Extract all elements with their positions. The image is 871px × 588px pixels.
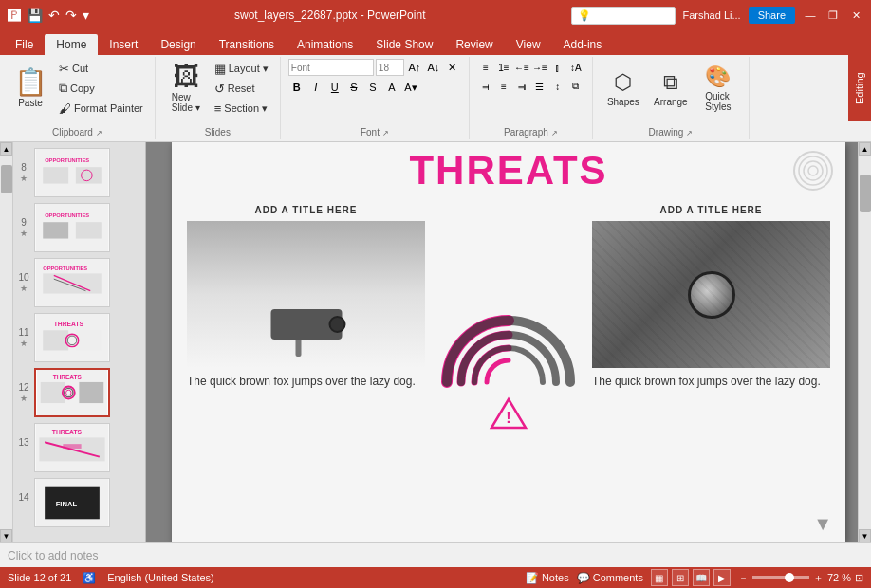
tab-animations[interactable]: Animations	[286, 34, 364, 55]
tab-home[interactable]: Home	[45, 34, 98, 55]
save-quick-btn[interactable]: 💾	[27, 8, 43, 23]
tab-addins[interactable]: Add-ins	[552, 34, 614, 55]
slide-center-graphic: !	[433, 201, 584, 535]
comments-tab-btn[interactable]: 💬 Comments	[577, 572, 643, 584]
normal-view-btn[interactable]: ▦	[651, 569, 668, 586]
clear-format-btn[interactable]: ✕	[444, 59, 461, 76]
increase-font-btn[interactable]: A↑	[406, 59, 423, 76]
tell-me-input[interactable]: 💡 Tell me...	[571, 7, 676, 25]
cut-button[interactable]: ✂Cut	[55, 59, 147, 78]
share-button[interactable]: Share	[749, 7, 795, 24]
tab-design[interactable]: Design	[149, 34, 207, 55]
bold-button[interactable]: B	[288, 79, 306, 96]
zoom-in-btn[interactable]: ＋	[813, 571, 824, 585]
tab-view[interactable]: View	[505, 34, 552, 55]
indent-more-btn[interactable]: →≡	[531, 59, 548, 76]
slide-thumb-8[interactable]: 8 ★ OPPORTUNITIES	[13, 146, 145, 199]
slide-left-col: ADD A TITLE HERE The quick b	[187, 201, 425, 535]
slide-thumbnail-13: THREATS	[34, 423, 110, 472]
zoom-slider[interactable]	[752, 576, 809, 579]
svg-rect-16	[43, 330, 68, 350]
tab-slideshow[interactable]: Slide Show	[364, 34, 444, 55]
notes-tab-btn[interactable]: 📝 Notes	[526, 572, 569, 584]
left-scroll[interactable]: ▲ ▼	[0, 142, 13, 542]
svg-rect-8	[76, 222, 102, 238]
paste-button[interactable]: 📋 Paste	[8, 59, 53, 118]
undo-quick-btn[interactable]: ↶	[48, 8, 60, 23]
restore-button[interactable]: ❐	[825, 8, 841, 23]
svg-text:OPPORTUNITIES: OPPORTUNITIES	[45, 212, 89, 218]
indent-less-btn[interactable]: ←≡	[513, 59, 530, 76]
font-name-input[interactable]	[288, 59, 374, 76]
shadow-button[interactable]: S	[364, 79, 381, 96]
font-size-input[interactable]	[376, 59, 404, 76]
canvas-scroll-thumb[interactable]	[860, 175, 871, 212]
line-spacing-btn[interactable]: ↕	[549, 78, 566, 95]
bullets-btn[interactable]: ≡	[477, 59, 494, 76]
copy-button[interactable]: ⧉Copy	[55, 79, 147, 98]
justify-btn[interactable]: ☰	[531, 78, 548, 95]
new-slide-icon: 🖼	[173, 64, 199, 90]
slide-thumb-12[interactable]: 12 ★ THREATS	[13, 366, 145, 419]
tab-insert[interactable]: Insert	[98, 34, 149, 55]
slide-canvas[interactable]: THREATS ADD A TITLE HERE	[172, 142, 845, 542]
clipboard-group: 📋 Paste ✂Cut ⧉Copy 🖌Format Painter Clipb…	[0, 57, 156, 139]
zoom-out-btn[interactable]: －	[738, 571, 749, 585]
star-icon: ★	[20, 339, 28, 348]
font-color-btn[interactable]: A	[383, 79, 400, 96]
fit-btn[interactable]: ⊡	[855, 572, 863, 584]
tab-file[interactable]: File	[4, 34, 45, 55]
customize-quick-btn[interactable]: ▾	[83, 8, 89, 23]
redo-quick-btn[interactable]: ↷	[65, 8, 77, 23]
slide-thumb-11[interactable]: 11 ★ THREATS	[13, 311, 145, 364]
decrease-font-btn[interactable]: A↓	[425, 59, 442, 76]
convert-smartart-btn[interactable]: ⧉	[567, 78, 584, 95]
arrange-button[interactable]: ⧉ Arrange	[648, 59, 694, 118]
slides-small-btns: ▦Layout ▾ ↺Reset ≡Section ▾	[211, 59, 272, 118]
scroll-thumb[interactable]	[1, 165, 12, 193]
slide-sorter-btn[interactable]: ⊞	[672, 569, 689, 586]
align-left-btn[interactable]: ⫤	[477, 78, 494, 95]
slide-thumb-13[interactable]: 13 ★ THREATS	[13, 421, 145, 474]
align-right-btn[interactable]: ⫥	[513, 78, 530, 95]
char-spacing-btn[interactable]: A▾	[402, 79, 419, 96]
strikethrough-button[interactable]: S	[345, 79, 362, 96]
drawing-label: Drawing ↗	[649, 125, 693, 138]
canvas-scroll-down-btn[interactable]: ▼	[859, 529, 871, 542]
slideshow-view-btn[interactable]: ▶	[713, 569, 731, 586]
new-slide-button[interactable]: 🖼 NewSlide ▾	[163, 59, 209, 118]
zoom-thumb[interactable]	[785, 573, 794, 582]
align-center-btn[interactable]: ≡	[495, 78, 512, 95]
canvas-right-scrollbar[interactable]: ▲ ▼	[858, 142, 871, 542]
svg-text:THREATS: THREATS	[54, 321, 84, 327]
numbering-btn[interactable]: 1≡	[495, 59, 512, 76]
italic-button[interactable]: I	[307, 79, 324, 96]
close-button[interactable]: ✕	[848, 8, 863, 23]
slide-thumb-14[interactable]: 14 ★ FINAL	[13, 476, 145, 529]
minimize-button[interactable]: —	[803, 8, 818, 23]
section-icon: ≡	[214, 101, 222, 116]
slide-thumb-9[interactable]: 9 ★ OPPORTUNITIES	[13, 201, 145, 254]
shapes-button[interactable]: ⬡ Shapes	[601, 59, 646, 118]
tab-transitions[interactable]: Transitions	[208, 34, 286, 55]
reset-button[interactable]: ↺Reset	[211, 79, 272, 98]
canvas-scroll-up-btn[interactable]: ▲	[859, 142, 871, 156]
section-button[interactable]: ≡Section ▾	[211, 99, 272, 118]
format-painter-button[interactable]: 🖌Format Painter	[55, 99, 147, 118]
layout-button[interactable]: ▦Layout ▾	[211, 59, 272, 78]
shapes-icon: ⬡	[614, 70, 632, 95]
user-account-btn[interactable]: Farshad Li...	[683, 9, 741, 21]
quick-styles-button[interactable]: 🎨 QuickStyles	[695, 59, 741, 118]
text-direction-btn[interactable]: ↕A	[567, 59, 584, 76]
editing-mode-badge[interactable]: Editing	[848, 55, 871, 121]
notes-placeholder[interactable]: Click to add notes	[8, 549, 98, 562]
reading-view-btn[interactable]: 📖	[693, 569, 710, 586]
columns-btn[interactable]: ⫿	[549, 59, 566, 76]
tab-review[interactable]: Review	[444, 34, 504, 55]
scroll-down-btn[interactable]: ▼	[0, 529, 12, 542]
clipboard-label: Clipboard ↗	[52, 125, 102, 138]
slide-thumb-10[interactable]: 10 ★ OPPORTUNITIES	[13, 256, 145, 309]
slide-thumbnail-8: OPPORTUNITIES	[34, 148, 110, 197]
scroll-up-btn[interactable]: ▲	[0, 142, 12, 156]
underline-button[interactable]: U	[326, 79, 343, 96]
